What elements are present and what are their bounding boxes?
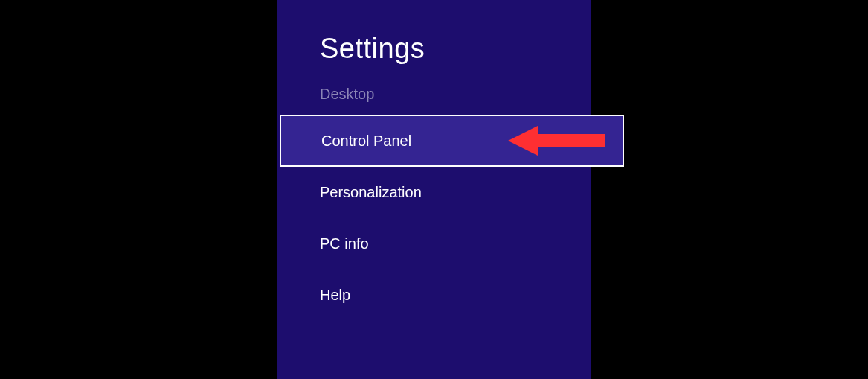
settings-menu: Control Panel Personalization PC info He… — [277, 115, 591, 321]
menu-item-personalization[interactable]: Personalization — [277, 167, 591, 218]
menu-item-pc-info[interactable]: PC info — [277, 218, 591, 270]
menu-item-control-panel[interactable]: Control Panel — [280, 115, 624, 167]
settings-context-label: Desktop — [277, 86, 591, 103]
callout-arrow-icon — [508, 126, 605, 156]
menu-item-label: PC info — [320, 235, 369, 252]
menu-item-label: Help — [320, 287, 350, 304]
settings-charm-panel: Settings Desktop Control Panel Personali… — [277, 0, 591, 379]
svg-marker-0 — [508, 126, 605, 156]
menu-item-help[interactable]: Help — [277, 270, 591, 321]
menu-item-label: Personalization — [320, 184, 422, 201]
settings-title: Settings — [277, 33, 591, 65]
menu-item-label: Control Panel — [321, 133, 411, 150]
